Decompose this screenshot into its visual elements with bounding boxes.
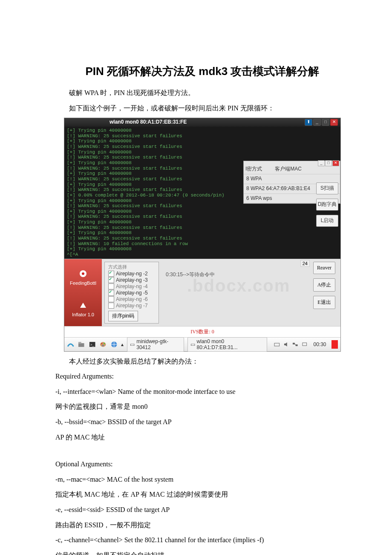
taskbar: >_ ▴ ▭ minidwep-gtk-30412 ▭ wlan0 mon0 8… <box>64 337 340 351</box>
sort-pin-button[interactable]: 排序pin码 <box>108 311 138 321</box>
minimize-button[interactable]: _ <box>313 119 321 126</box>
panel-button[interactable]: L启动 <box>316 215 338 227</box>
optional-line: -c, --channel=<channel> Set the 802.11 c… <box>55 535 349 546</box>
terminal-line: [+] Trying pin 40000008 <box>67 139 338 144</box>
screenshot-container: wlan0 mon0 80:A1:D7:EB:31:FE ⬆ _ □ ✕ [+]… <box>64 118 341 351</box>
svg-rect-12 <box>293 343 295 344</box>
close-button[interactable]: ✕ <box>330 119 338 126</box>
terminal-line: [!] WARNING: 25 successive start failure… <box>67 155 338 160</box>
action-button[interactable]: Reaver <box>313 262 335 274</box>
mode-option[interactable]: Aireplay-ng -3 <box>108 277 155 283</box>
taskbar-chevron-icon[interactable]: ▴ <box>121 341 124 347</box>
action-button[interactable]: E退出 <box>313 296 335 309</box>
tray-display-icon[interactable] <box>302 341 308 347</box>
required-line: -b, --bssid=<mac> BSSID of the target AP <box>55 416 349 428</box>
checkbox-icon[interactable] <box>108 271 114 277</box>
taskbar-globe-icon[interactable] <box>110 341 118 348</box>
terminal-line: [+] Trying pin 40000008 <box>67 209 338 214</box>
maximize-button[interactable]: □ <box>322 119 329 126</box>
checkbox-icon[interactable] <box>108 290 114 296</box>
optional-title: Optional Arguments: <box>55 459 349 470</box>
svg-rect-3 <box>78 342 81 344</box>
svg-point-7 <box>101 343 103 344</box>
checkbox-icon[interactable] <box>108 283 114 289</box>
mode-option[interactable]: Aireplay-ng -7 <box>108 303 155 309</box>
terminal-pin-icon[interactable]: ⬆ <box>305 119 312 126</box>
svg-text:>_: >_ <box>90 342 95 346</box>
launcher-sidebar: FeedingBottl Inflator 1.0 <box>64 259 102 326</box>
mode-option[interactable]: Aireplay-ng -2 <box>108 271 155 277</box>
taskbar-files-icon[interactable] <box>78 341 85 348</box>
taskbar-terminal-icon[interactable]: >_ <box>89 341 96 348</box>
feedingbottle-icon[interactable] <box>79 269 87 278</box>
svg-line-14 <box>295 344 296 345</box>
terminal-line: ^[^A <box>67 252 338 257</box>
window-icon: ▭ <box>130 341 135 347</box>
column-client-mac: 客户端MAC <box>275 166 302 172</box>
terminal-line: [+] Trying pin 40000008 <box>67 246 338 252</box>
sidebar-feedingbottle[interactable]: FeedingBottl <box>64 280 102 286</box>
mode-option[interactable]: Aireplay-ng -6 <box>108 296 155 302</box>
panel-button[interactable]: D跑字典 <box>316 199 338 211</box>
terminal-line: [!] WARNING: 25 successive start failure… <box>67 236 338 241</box>
optional-line: -m, --mac=<mac> MAC of the host system <box>55 474 349 485</box>
terminal-line: [+] Trying pin 40000008 <box>67 230 338 236</box>
optional-line: 指定本机 MAC 地址，在 AP 有 MAC 过滤的时候需要使用 <box>55 489 349 500</box>
panel-button[interactable]: S扫描 <box>316 182 338 194</box>
tray-network-icon[interactable] <box>292 341 298 347</box>
wifi-info-panel: _ □ ✕ I密方式 客户端MAC 8 WPA8 WPA2 64:A7:69:A… <box>243 161 340 204</box>
tray-keyboard-icon[interactable] <box>274 341 280 347</box>
required-line: 网卡的监视接口，通常是 mon0 <box>55 401 349 412</box>
mode-label: Aireplay-ng -4 <box>116 283 148 289</box>
taskbar-item-minidwep[interactable]: ▭ minidwep-gtk-30412 <box>127 337 184 352</box>
checkbox-icon[interactable] <box>108 303 114 309</box>
terminal-line: [!] WARNING: 25 successive start failure… <box>67 214 338 220</box>
svg-point-9 <box>103 345 104 346</box>
mode-title: 方式选择 <box>108 264 155 270</box>
mode-label: Aireplay-ng -7 <box>116 303 148 309</box>
checkbox-icon[interactable] <box>108 296 114 302</box>
mode-option[interactable]: Aireplay-ng -4 <box>108 283 155 289</box>
page-title: PIN 死循环解决方法及 mdk3 攻击模式详解分解 <box>55 64 349 79</box>
taskbar-show-desktop[interactable] <box>331 340 338 349</box>
panel-min-icon[interactable]: _ <box>318 160 325 166</box>
optional-line: 路由器的 ESSID，一般不用指定 <box>55 520 349 531</box>
panel-max-icon[interactable]: □ <box>325 160 332 166</box>
panel-close-icon[interactable]: ✕ <box>332 160 339 166</box>
terminal-line: [+] Trying pin 40000008 <box>67 150 338 155</box>
taskbar-item-wlan[interactable]: ▭ wlan0 mon0 80:A1:D7:EB:31... <box>187 337 268 352</box>
svg-rect-13 <box>296 344 298 346</box>
ivs-count: IVS数量: 0 <box>64 326 340 337</box>
taskbar-app-icon[interactable] <box>67 341 74 348</box>
mode-select-panel: 方式选择 Aireplay-ng -2Aireplay-ng -3Airepla… <box>104 262 159 324</box>
mode-option[interactable]: Aireplay-ng -5 <box>108 290 155 296</box>
terminal-titlebar: wlan0 mon0 80:A1:D7:EB:31:FE ⬆ _ □ ✕ <box>64 118 340 127</box>
svg-rect-2 <box>78 343 84 347</box>
paragraph-1: 破解 WPA 时，PIN 出现死循环处理方法。 <box>55 87 349 98</box>
svg-point-1 <box>82 272 84 275</box>
mode-label: Aireplay-ng -3 <box>116 277 148 283</box>
taskbar-item-label: minidwep-gtk-30412 <box>136 338 181 350</box>
required-line: AP 的 MAC 地址 <box>55 432 349 443</box>
terminal-line: [!] WARNING: 25 successive start failure… <box>67 144 338 150</box>
terminal-line: [!] WARNING: 25 successive start failure… <box>67 133 338 139</box>
required-title: Required Arguments: <box>55 371 349 382</box>
taskbar-clock[interactable]: 00:30 <box>314 341 326 347</box>
taskbar-paint-icon[interactable] <box>99 341 107 348</box>
terminal-window: wlan0 mon0 80:A1:D7:EB:31:FE ⬆ _ □ ✕ [+]… <box>64 118 340 258</box>
checkbox-icon[interactable] <box>108 277 114 283</box>
mid-area: 24 0:30:15-->等待命令中 .bdocx.com <box>161 259 311 326</box>
terminal-line: [+] Trying pin 40000008 <box>67 128 338 133</box>
lower-panel: FeedingBottl Inflator 1.0 方式选择 Aireplay-… <box>64 259 340 326</box>
required-line: -i, --interface=<wlan> Name of the monit… <box>55 386 349 397</box>
optional-line: -e, --essid=<ssid> ESSID of the target A… <box>55 504 349 515</box>
terminal-line: [!] WARNING: 10 failed connections in a … <box>67 241 338 247</box>
mode-label: Aireplay-ng -2 <box>116 271 148 277</box>
tray-volume-icon[interactable] <box>283 341 289 347</box>
terminal-line: [+] Trying pin 40000008 <box>67 220 338 225</box>
sidebar-inflator[interactable]: Inflator 1.0 <box>64 312 102 317</box>
action-button[interactable]: A停止 <box>313 278 335 292</box>
mode-label: Aireplay-ng -5 <box>116 290 148 296</box>
terminal-line: [!] WARNING: 25 successive start failure… <box>67 225 338 231</box>
inflator-icon[interactable] <box>79 301 87 309</box>
